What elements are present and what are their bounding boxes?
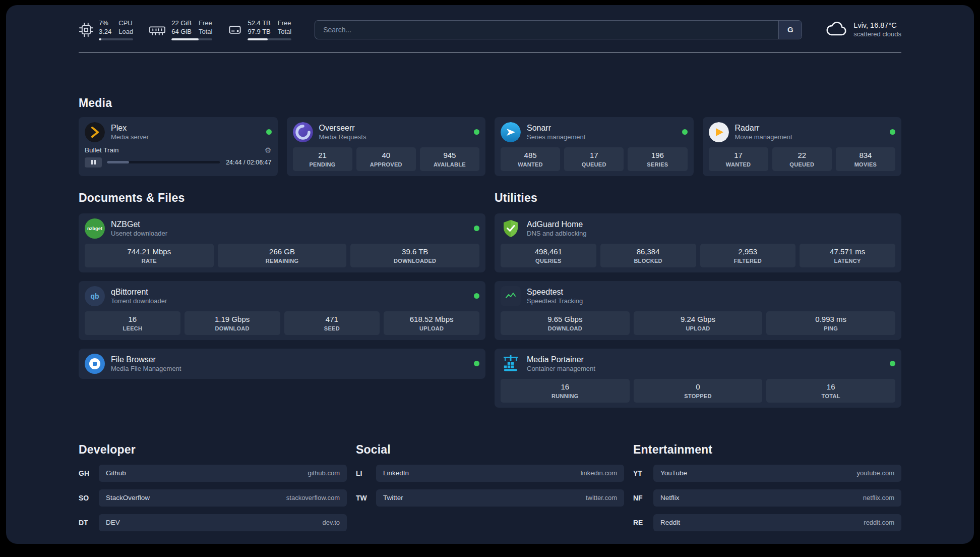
service-card-overseerr[interactable]: Overseerr Media Requests 21 PENDING 40 A…	[287, 117, 486, 176]
portainer-icon	[501, 354, 521, 374]
stat-value: 39.6 TB	[351, 247, 478, 257]
bookmark-reddit[interactable]: Reddit reddit.com	[653, 514, 901, 531]
disk-label-total: Total	[278, 28, 291, 36]
bookmark-url: linkedin.com	[581, 469, 617, 477]
service-card-qbittorrent[interactable]: qb qBittorrent Torrent downloader 16 LEE…	[79, 281, 485, 340]
status-dot	[890, 361, 895, 366]
bookmark-youtube[interactable]: YouTube youtube.com	[653, 465, 901, 482]
service-title: Radarr	[735, 123, 792, 133]
bookmark-twitter[interactable]: Twitter twitter.com	[376, 489, 624, 507]
section-title-media: Media	[79, 96, 901, 110]
resource-widgets: 7% 3.24 CPU Load	[79, 19, 291, 40]
disk-usage-bar	[248, 38, 291, 40]
service-title: File Browser	[111, 355, 181, 365]
bookmark-abbr: SO	[79, 494, 99, 502]
stat-value: 744.21 Mbps	[86, 247, 213, 257]
stat-value: 40	[357, 151, 415, 160]
cloud-icon	[825, 20, 847, 39]
cpu-widget: 7% 3.24 CPU Load	[79, 19, 133, 40]
service-subtitle: Container management	[527, 365, 595, 373]
bookmark-name: DEV	[106, 519, 120, 526]
section-title-entertainment: Entertainment	[633, 443, 901, 457]
search-provider-button[interactable]: G	[778, 21, 802, 39]
playback-progress-bar[interactable]	[107, 161, 220, 163]
stat-tile: 471 SEED	[284, 311, 380, 335]
bookmark-url: github.com	[308, 469, 340, 477]
stat-tile: 196 SERIES	[628, 147, 687, 171]
status-dot	[474, 226, 479, 231]
bookmark-netflix[interactable]: Netflix netflix.com	[653, 489, 901, 507]
stat-tile: 9.24 Gbps UPLOAD	[634, 311, 763, 335]
stat-label: BLOCKED	[601, 257, 695, 264]
stat-label: RUNNING	[502, 393, 629, 400]
bookmark-url: dev.to	[323, 519, 340, 526]
bookmark-github[interactable]: Github github.com	[99, 465, 347, 482]
stat-tile: 945 AVAILABLE	[420, 147, 479, 171]
stat-label: TOTAL	[767, 393, 894, 400]
gear-icon[interactable]: ⚙	[265, 146, 271, 154]
bookmark-group-developer: Developer GH Github github.com SO StackO…	[79, 443, 347, 539]
bookmark-dev[interactable]: DEV dev.to	[99, 514, 347, 531]
nzbget-icon: nzbget	[85, 218, 105, 239]
stat-tile: 86,384 BLOCKED	[600, 244, 696, 267]
stat-label: LEECH	[86, 325, 179, 332]
service-card-adguard[interactable]: AdGuard Home DNS and adblocking 498,461 …	[495, 213, 901, 272]
bookmark-row: SO StackOverflow stackoverflow.com	[79, 489, 347, 507]
dashboard-content: 7% 3.24 CPU Load	[79, 5, 901, 539]
service-title: AdGuard Home	[527, 219, 587, 230]
stat-value: 86,384	[601, 247, 695, 257]
stat-tile: 47.571 ms LATENCY	[800, 244, 895, 267]
bookmark-url: youtube.com	[857, 469, 894, 477]
column-documents: Documents & Files nzbget NZBGet Usenet d…	[79, 191, 485, 408]
service-card-plex[interactable]: Plex Media server Bullet Train ⚙	[79, 117, 278, 176]
stat-tile: 0.993 ms PING	[766, 311, 895, 335]
stat-label: UPLOAD	[635, 325, 762, 332]
stat-label: UPLOAD	[385, 325, 478, 332]
cpu-usage-bar-fill	[99, 38, 101, 40]
filebrowser-icon	[85, 354, 105, 374]
stat-value: 17	[710, 151, 767, 160]
stat-label: QUEUED	[773, 161, 831, 168]
bookmark-name: Twitter	[383, 494, 403, 502]
stat-tile: 22 QUEUED	[772, 147, 832, 171]
stat-label: WANTED	[710, 161, 767, 168]
bookmark-abbr: GH	[79, 469, 99, 477]
stat-tile: 40 APPROVED	[356, 147, 416, 171]
status-dot	[682, 129, 688, 135]
service-card-nzbget[interactable]: nzbget NZBGet Usenet downloader 744.21 M…	[79, 213, 485, 272]
service-title: Media Portainer	[527, 355, 595, 365]
service-title: qBittorrent	[111, 287, 167, 297]
service-card-sonarr[interactable]: Sonarr Series management 485 WANTED 17 Q…	[495, 117, 694, 176]
bookmark-name: LinkedIn	[383, 469, 409, 477]
service-card-speedtest[interactable]: Speedtest Speedtest Tracking 9.65 Gbps D…	[495, 281, 901, 340]
plex-now-playing-widget: Bullet Train ⚙ 24:44 / 02:06:47	[85, 146, 272, 168]
radarr-icon	[709, 122, 729, 142]
stat-label: QUEUED	[565, 161, 623, 168]
service-subtitle: DNS and adblocking	[527, 230, 587, 238]
bookmark-abbr: TW	[356, 494, 376, 502]
cpu-label-bottom: Load	[118, 28, 133, 36]
service-card-radarr[interactable]: Radarr Movie management 17 WANTED 22 QUE…	[703, 117, 902, 176]
stat-tile: 21 PENDING	[293, 147, 352, 171]
service-card-filebrowser[interactable]: File Browser Media File Management	[79, 349, 485, 379]
stat-value: 485	[502, 151, 559, 160]
qbittorrent-icon: qb	[85, 286, 105, 306]
pause-button[interactable]	[85, 157, 102, 168]
weather-widget: Lviv, 16.87°C scattered clouds	[825, 20, 901, 39]
disk-free-value: 52.4 TB	[248, 19, 270, 28]
bookmark-stackoverflow[interactable]: StackOverflow stackoverflow.com	[99, 489, 347, 507]
service-subtitle: Media File Management	[111, 365, 181, 373]
bookmark-abbr: NF	[633, 494, 653, 502]
stat-tile: 16 TOTAL	[766, 379, 895, 403]
cpu-usage-value: 7%	[99, 19, 111, 28]
stat-tile: 485 WANTED	[501, 147, 560, 171]
stat-label: PENDING	[294, 161, 351, 168]
bookmark-linkedin[interactable]: LinkedIn linkedin.com	[376, 465, 624, 482]
search-input[interactable]	[315, 21, 778, 39]
status-dot	[266, 129, 272, 135]
playback-time: 24:44 / 02:06:47	[226, 159, 271, 166]
service-card-portainer[interactable]: Media Portainer Container management 16 …	[495, 349, 901, 408]
ram-icon	[148, 22, 166, 37]
service-title: Sonarr	[527, 123, 585, 133]
column-utilities: Utilities AdGuard Home	[495, 191, 901, 408]
